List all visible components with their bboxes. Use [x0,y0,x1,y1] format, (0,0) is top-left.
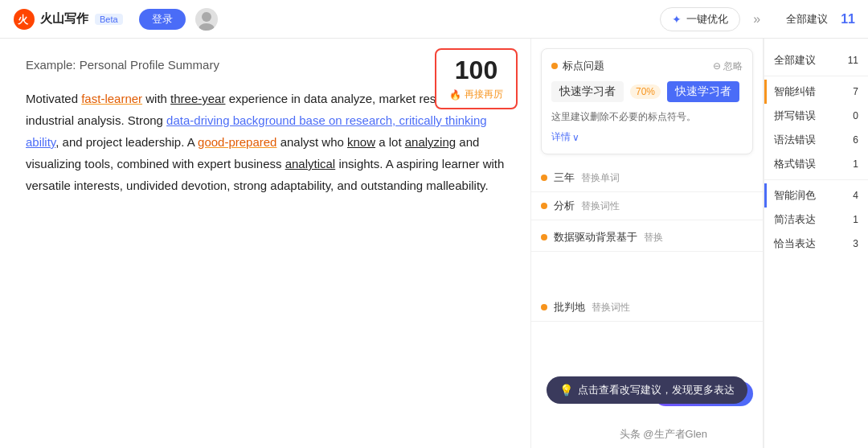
right-item-label: 恰当表达 [774,236,816,251]
right-item-label: 简洁表达 [774,212,816,227]
item-label: 批判地 [554,300,585,314]
bulb-icon: 💡 [559,384,573,397]
tooltip-overlay: 💡 点击查看改写建议，发现更多表达 [547,376,747,404]
word-score: 70% [630,84,661,99]
right-item-count: 4 [853,190,858,201]
score-emoji: 🔥 [449,89,461,101]
right-item-smart-error[interactable]: 智能纠错 7 [764,80,868,104]
ignore-label: 忽略 [723,60,743,73]
right-item-label: 拼写错误 [774,109,816,123]
optimize-button[interactable]: ✦ 一键优化 [660,7,740,31]
ignore-button[interactable]: ⊖ 忽略 [713,60,743,73]
right-item-label: 智能润色 [774,188,816,203]
ignore-icon: ⊖ [713,60,721,72]
item-label: 数据驱动背景基于 [554,230,637,245]
item-label: 三年 [554,171,575,185]
list-item[interactable]: 批判地 替换词性 [531,294,763,322]
right-item-format[interactable]: 格式错误 1 [764,152,868,176]
beta-badge: Beta [95,14,123,25]
text-three-year: three-year [170,92,225,105]
right-panel: 全部建议 11 智能纠错 7 拼写错误 0 语法错误 6 格式错误 1 智能润色… [764,39,868,448]
right-all-count: 11 [848,55,858,66]
right-divider [764,76,868,76]
avatar [195,8,218,31]
right-item-all[interactable]: 全部建议 11 [764,48,868,72]
suggestions-count: 11 [841,12,855,27]
card-detail[interactable]: 详情 ∨ [551,130,743,144]
score-box: 100 🔥 再接再厉 [435,48,518,109]
main-area: Example: Personal Profile Summary 100 🔥 … [0,39,868,448]
detail-icon: ∨ [572,132,579,143]
score-label: 🔥 再接再厉 [449,88,503,101]
topbar: 火 火山写作 Beta 登录 ✦ 一键优化 » 全部建议 11 [0,0,868,39]
right-item-count: 1 [853,158,858,170]
item-type: 替换词性 [581,199,620,213]
right-item-polish[interactable]: 智能润色 4 [764,183,868,208]
card-words: 快速学习者 70% 快速学习者 [551,81,743,102]
text-a-lot: a lot [375,135,405,149]
list-item[interactable]: 三年 替换单词 [531,164,763,192]
logo-text: 火山写作 [40,11,88,27]
suggestion-card: 标点问题 ⊖ 忽略 快速学习者 70% 快速学习者 这里建议删除不必要的标点符号… [541,48,753,154]
item-label: 分析 [554,199,575,213]
text-and-project: , and project leadership. A [55,135,198,149]
list-item[interactable]: 分析 替换词性 [531,192,763,220]
middle-panel: 标点问题 ⊖ 忽略 快速学习者 70% 快速学习者 这里建议删除不必要的标点符号… [530,39,764,448]
svg-text:火: 火 [17,14,29,26]
right-divider [764,179,868,180]
item-type: 替换词性 [592,301,630,314]
right-item-appropriate[interactable]: 恰当表达 3 [764,232,868,256]
text-analyzing: analyzing [405,135,456,149]
text-with: with [142,92,170,105]
right-item-count: 6 [853,134,858,146]
text-fast-learner: fast-learner [81,92,142,105]
right-item-spelling[interactable]: 拼写错误 0 [764,104,868,128]
right-item-count: 1 [853,214,858,225]
doc-body: Motivated fast-learner with three-year e… [26,88,505,196]
right-item-count: 3 [853,238,858,249]
right-all-label: 全部建议 [774,53,816,68]
logo-icon: 火 [13,8,35,31]
suggestions-label: 全部建议 [786,12,828,27]
avatar-icon [195,8,218,31]
watermark: 头条 @生产者Glen [620,427,707,442]
optimize-label: 一键优化 [686,12,728,27]
card-header: 标点问题 ⊖ 忽略 [551,59,743,73]
dot-icon [541,304,547,310]
right-item-label: 格式错误 [774,157,816,171]
tooltip-text: 点击查看改写建议，发现更多表达 [578,383,735,397]
right-item-count: 0 [853,110,858,121]
sparkle-icon: ✦ [672,13,682,26]
logo-area: 火 火山写作 Beta [13,8,123,31]
dot-icon [541,175,547,181]
right-item-label: 智能纠错 [774,84,816,99]
doc-title: Example: Personal Profile Summary [26,58,505,72]
right-item-concise[interactable]: 简洁表达 1 [764,208,868,232]
text-good-prepared: good-prepared [198,135,276,149]
right-item-grammar[interactable]: 语法错误 6 [764,128,868,152]
card-description: 这里建议删除不必要的标点符号。 [551,110,743,124]
score-text: 再接再厉 [465,88,503,101]
text-analyst: analyst who [276,135,347,149]
detail-label: 详情 [551,130,571,144]
card-title: 标点问题 [551,59,604,73]
right-item-label: 语法错误 [774,133,816,147]
dot-icon [541,234,547,240]
more-button[interactable]: » [750,12,764,27]
dot-icon [541,203,547,209]
text-know: know [347,135,375,149]
text-analytical: analytical [285,157,336,171]
item-type: 替换 [644,231,663,245]
dot-icon [551,63,558,69]
right-item-count: 7 [853,86,858,97]
word-suggestion[interactable]: 快速学习者 [667,81,739,102]
text-motivated: Motivated [26,92,81,105]
card-title-text: 标点问题 [563,59,604,73]
svg-point-3 [199,23,215,31]
login-button[interactable]: 登录 [139,9,186,30]
word-original: 快速学习者 [551,81,624,102]
item-type: 替换单词 [581,171,620,185]
editor-pane: Example: Personal Profile Summary 100 🔥 … [0,39,530,448]
score-number: 100 [449,56,503,84]
list-item[interactable]: 数据驱动背景基于 替换 [531,224,763,252]
